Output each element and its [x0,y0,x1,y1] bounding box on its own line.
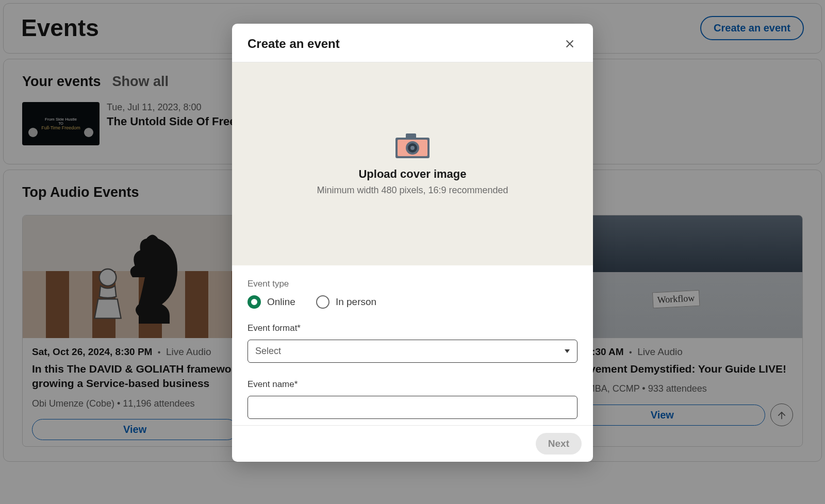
svg-rect-3 [406,133,416,139]
upload-title: Upload cover image [358,167,466,181]
event-name-input[interactable] [248,396,578,419]
radio-icon [316,295,329,309]
event-format-select[interactable]: Select [248,340,578,363]
cover-upload-area[interactable]: Upload cover image Minimum width 480 pix… [232,62,593,265]
modal-header: Create an event [232,24,593,62]
radio-icon [248,295,261,309]
radio-online[interactable]: Online [248,295,295,309]
svg-point-6 [410,146,415,150]
next-button[interactable]: Next [536,433,582,455]
event-type-radio-group: Online In person [248,295,578,309]
event-name-label: Event name* [248,379,578,390]
modal-footer: Next [232,425,593,462]
chevron-down-icon [565,349,570,353]
event-format-label: Event format* [248,323,578,333]
close-button[interactable] [561,35,579,53]
create-event-modal: Create an event Upload cover image Minim… [232,24,593,462]
upload-subtitle: Minimum width 480 pixels, 16:9 recommend… [317,185,508,196]
radio-in-person[interactable]: In person [316,295,376,309]
event-type-label: Event type [248,279,578,289]
camera-icon [395,132,430,158]
select-placeholder: Select [255,346,281,357]
close-icon [564,38,575,49]
modal-title: Create an event [248,37,340,51]
